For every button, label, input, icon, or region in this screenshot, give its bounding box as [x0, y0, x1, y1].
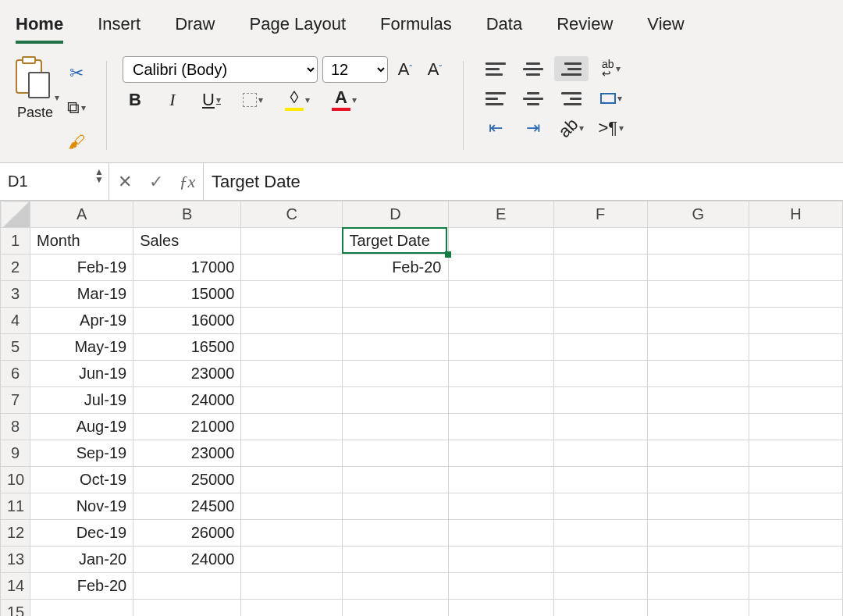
cell-H15[interactable] [749, 600, 842, 617]
col-header-F[interactable]: F [553, 201, 647, 228]
cell-F2[interactable] [553, 255, 647, 281]
cell-C14[interactable] [241, 573, 343, 600]
cell-G1[interactable] [647, 228, 749, 255]
cell-G15[interactable] [647, 600, 749, 617]
cell-A8[interactable]: Aug-19 [30, 414, 133, 440]
cell-A7[interactable]: Jul-19 [30, 387, 133, 414]
cell-E15[interactable] [448, 600, 553, 617]
cell-D2[interactable]: Feb-20 [343, 255, 448, 281]
cell-A1[interactable]: Month [30, 228, 133, 255]
cell-F9[interactable] [553, 440, 647, 467]
cell-D1[interactable]: Target Date [343, 228, 448, 255]
cell-B13[interactable]: 24000 [133, 547, 241, 573]
cell-A12[interactable]: Dec-19 [30, 520, 133, 547]
cell-C1[interactable] [241, 228, 343, 255]
cell-C5[interactable] [241, 334, 343, 361]
cell-F3[interactable] [553, 281, 647, 308]
enter-formula-button[interactable]: ✓ [140, 172, 172, 192]
cell-B4[interactable]: 16000 [133, 308, 241, 334]
cell-F7[interactable] [553, 387, 647, 414]
paste-button[interactable]: ▾ Paste [12, 56, 58, 121]
cell-F12[interactable] [553, 520, 647, 547]
tab-page-layout[interactable]: Page Layout [250, 11, 347, 44]
cell-B9[interactable]: 23000 [133, 440, 241, 467]
borders-button[interactable]: ▾ [238, 87, 268, 112]
cell-D8[interactable] [343, 414, 448, 440]
underline-button[interactable]: U▾ [197, 87, 226, 112]
cell-H11[interactable] [749, 493, 842, 520]
cell-E7[interactable] [448, 387, 553, 414]
cell-B12[interactable]: 26000 [133, 520, 241, 547]
cell-C9[interactable] [241, 440, 343, 467]
cell-E9[interactable] [448, 440, 553, 467]
cell-B15[interactable] [133, 600, 241, 617]
cell-H2[interactable] [749, 255, 842, 281]
cell-E12[interactable] [448, 520, 553, 547]
format-painter-button[interactable]: 🖌︎ [63, 130, 90, 155]
cut-button[interactable]: ✂︎ [64, 61, 89, 86]
cell-E13[interactable] [448, 547, 553, 573]
increase-font-button[interactable]: Aˆ [393, 57, 418, 82]
cell-F4[interactable] [553, 308, 647, 334]
cell-E6[interactable] [448, 361, 553, 387]
cell-F1[interactable] [553, 228, 647, 255]
row-header-5[interactable]: 5 [1, 334, 30, 361]
align-top-button[interactable] [479, 56, 512, 81]
cell-A3[interactable]: Mar-19 [30, 281, 133, 308]
cell-G6[interactable] [647, 361, 749, 387]
align-bottom-button[interactable] [554, 56, 589, 81]
cell-H6[interactable] [749, 361, 842, 387]
align-middle-button[interactable] [517, 56, 550, 81]
cell-H14[interactable] [749, 573, 842, 600]
tab-home[interactable]: Home [16, 11, 63, 44]
row-header-10[interactable]: 10 [1, 467, 30, 493]
orientation-button[interactable]: ab▾ [554, 116, 589, 141]
cell-F15[interactable] [553, 600, 647, 617]
cell-E5[interactable] [448, 334, 553, 361]
row-header-15[interactable]: 15 [1, 600, 30, 617]
cell-H7[interactable] [749, 387, 842, 414]
cell-A13[interactable]: Jan-20 [30, 547, 133, 573]
cell-A5[interactable]: May-19 [30, 334, 133, 361]
cell-A11[interactable]: Nov-19 [30, 493, 133, 520]
cell-G2[interactable] [647, 255, 749, 281]
align-right-button[interactable] [554, 86, 589, 111]
cell-B14[interactable] [133, 573, 241, 600]
cell-G3[interactable] [647, 281, 749, 308]
tab-review[interactable]: Review [557, 11, 613, 44]
cell-G4[interactable] [647, 308, 749, 334]
fill-color-button[interactable]: ◊▾ [280, 87, 315, 112]
fill-handle[interactable] [445, 251, 451, 258]
increase-indent-button[interactable]: ⇥ [517, 116, 550, 141]
cell-C7[interactable] [241, 387, 343, 414]
row-header-6[interactable]: 6 [1, 361, 30, 387]
cell-B7[interactable]: 24000 [133, 387, 241, 414]
formula-input[interactable]: Target Date [203, 163, 843, 200]
wrap-text-button[interactable]: ab↩︎▾ [593, 56, 628, 81]
row-header-13[interactable]: 13 [1, 547, 30, 573]
worksheet[interactable]: ABCDEFGH1MonthSalesTarget Date2Feb-19170… [0, 201, 843, 616]
col-header-C[interactable]: C [241, 201, 343, 228]
cell-H8[interactable] [749, 414, 842, 440]
decrease-font-button[interactable]: Aˇ [422, 57, 447, 82]
cell-F10[interactable] [553, 467, 647, 493]
cell-G13[interactable] [647, 547, 749, 573]
cell-E8[interactable] [448, 414, 553, 440]
tab-data[interactable]: Data [486, 11, 522, 44]
cell-H10[interactable] [749, 467, 842, 493]
cell-B1[interactable]: Sales [133, 228, 241, 255]
row-header-11[interactable]: 11 [1, 493, 30, 520]
cell-F8[interactable] [553, 414, 647, 440]
cell-B2[interactable]: 17000 [133, 255, 241, 281]
cell-C11[interactable] [241, 493, 343, 520]
cell-H9[interactable] [749, 440, 842, 467]
name-box[interactable]: D1 ▲▼ [0, 163, 109, 200]
cell-F6[interactable] [553, 361, 647, 387]
tab-formulas[interactable]: Formulas [380, 11, 452, 44]
copy-button[interactable]: ⧉▾ [62, 95, 91, 120]
font-family-select[interactable]: Calibri (Body) [123, 56, 318, 83]
cell-C3[interactable] [241, 281, 343, 308]
row-header-2[interactable]: 2 [1, 255, 30, 281]
cell-A2[interactable]: Feb-19 [30, 255, 133, 281]
decrease-indent-button[interactable]: ⇤ [479, 116, 512, 141]
